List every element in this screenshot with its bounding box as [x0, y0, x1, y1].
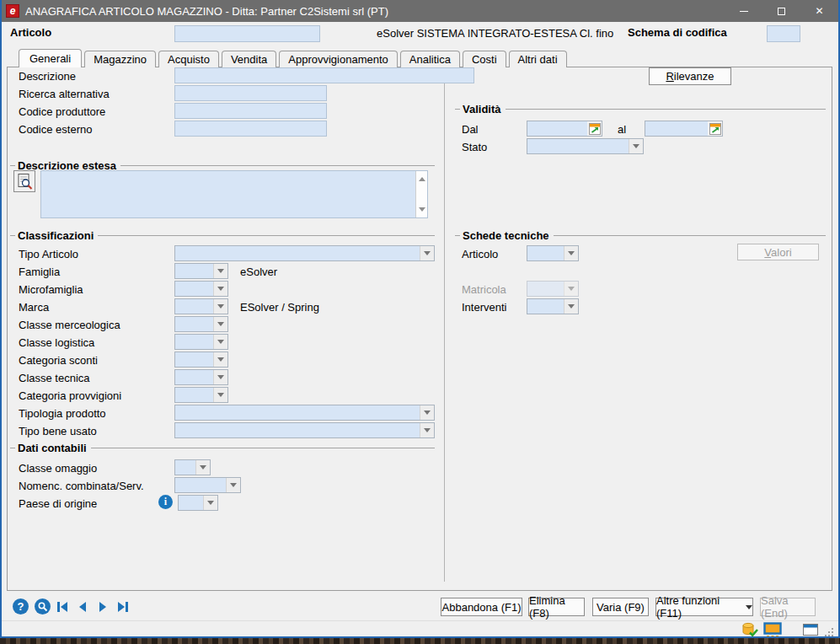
categoria-sconti-dropdown[interactable]: [174, 352, 228, 368]
license-text: eSolver SISTEMA INTEGRATO-ESTESA Cl. fin…: [377, 27, 613, 40]
famiglia-dropdown[interactable]: [174, 263, 228, 279]
chevron-down-icon: [213, 352, 227, 367]
tipologia-prodotto-dropdown[interactable]: [174, 405, 435, 421]
status-bar: [2, 620, 838, 638]
chevron-down-icon: [564, 299, 578, 314]
maximize-icon: [778, 8, 785, 15]
elimina-button[interactable]: Elimina (F8): [528, 598, 585, 616]
microfamiglia-dropdown[interactable]: [174, 281, 228, 297]
ricerca-alternativa-input[interactable]: [174, 85, 327, 101]
nomenclatura-combinata-dropdown[interactable]: [174, 477, 241, 493]
interventi-label: Interventi: [462, 301, 506, 314]
minimize-button[interactable]: [725, 0, 762, 22]
chevron-down-icon: [564, 246, 578, 260]
categoria-provvigioni-label: Categoria provvigioni: [19, 389, 121, 402]
first-record-button[interactable]: [56, 600, 69, 614]
window-border-left: [0, 0, 2, 638]
paese-di-origine-label: Paese di origine: [19, 497, 97, 510]
chevron-down-icon: [420, 405, 434, 420]
preview-button[interactable]: [13, 170, 35, 192]
tab-acquisto[interactable]: Acquisto: [158, 51, 219, 67]
ricerca-alternativa-label: Ricerca alternativa: [19, 88, 110, 100]
titlebar: e ANAGRAFICA ARTICOLO MAGAZZINO - Ditta:…: [0, 0, 840, 22]
salva-button[interactable]: Salva (End): [760, 598, 816, 616]
tab-magazzino[interactable]: Magazzino: [84, 51, 156, 67]
validita-group: Validità: [455, 103, 826, 115]
tipo-bene-usato-dropdown[interactable]: [174, 422, 435, 438]
calendar-icon[interactable]: [587, 121, 602, 136]
chevron-down-icon: [213, 317, 227, 331]
dal-date-input[interactable]: [527, 121, 602, 137]
famiglia-value: eSolver: [240, 266, 277, 278]
tab-approvvigionamento[interactable]: Approvvigionamento: [279, 51, 398, 67]
classe-omaggio-dropdown[interactable]: [174, 459, 211, 475]
chevron-down-icon: [213, 370, 227, 384]
minimize-icon: [740, 11, 748, 12]
codice-esterno-label: Codice esterno: [19, 123, 92, 136]
tab-vendita[interactable]: Vendita: [222, 51, 276, 67]
tipologia-prodotto-label: Tipologia prodotto: [19, 407, 106, 420]
famiglia-label: Famiglia: [19, 266, 60, 278]
dropdown-arrow-icon: [746, 605, 752, 613]
classificazioni-group: Classificazioni: [10, 229, 435, 242]
interventi-dropdown[interactable]: [527, 298, 579, 314]
classe-omaggio-label: Classe omaggio: [19, 462, 97, 475]
valori-button[interactable]: Valori: [737, 244, 819, 260]
codice-produttore-label: Codice produttore: [19, 105, 105, 118]
help-icon: ?: [18, 600, 24, 613]
next-record-button[interactable]: [96, 600, 110, 614]
dal-label: Dal: [462, 123, 479, 136]
matricola-dropdown[interactable]: [527, 281, 579, 297]
help-button[interactable]: ?: [13, 598, 29, 614]
rilevanze-button[interactable]: Rilevanze: [649, 67, 731, 85]
marca-dropdown[interactable]: [174, 298, 228, 314]
paese-di-origine-dropdown[interactable]: [178, 495, 218, 511]
schede-tecniche-group: Schede tecniche: [455, 229, 826, 242]
schede-articolo-dropdown[interactable]: [527, 245, 579, 261]
tab-analitica[interactable]: Analitica: [400, 51, 460, 67]
schema-di-codifica-input[interactable]: [767, 25, 800, 42]
descrizione-input[interactable]: [174, 67, 474, 83]
schede-articolo-label: Articolo: [462, 248, 498, 260]
scroll-up-icon[interactable]: [419, 174, 425, 181]
classe-merceologica-label: Classe merceologica: [19, 319, 120, 331]
abbandona-button[interactable]: Abbandona (F1): [441, 598, 522, 616]
calendar-icon[interactable]: [708, 121, 722, 136]
classe-tecnica-dropdown[interactable]: [174, 369, 228, 385]
classe-tecnica-label: Classe tecnica: [19, 372, 90, 384]
search-button[interactable]: [35, 598, 51, 614]
varia-button[interactable]: Varia (F9): [592, 598, 649, 616]
tab-generali[interactable]: Generali: [19, 49, 82, 67]
nomenclatura-combinata-label: Nomenc. combinata/Serv.: [19, 480, 144, 492]
categoria-sconti-label: Categoria sconti: [19, 354, 98, 367]
last-record-button[interactable]: [116, 600, 130, 614]
stato-label: Stato: [462, 141, 487, 153]
al-date-input[interactable]: [645, 121, 723, 137]
close-icon: ✕: [815, 5, 823, 17]
info-icon[interactable]: i: [158, 495, 173, 509]
altre-funzioni-button[interactable]: Altre funzioni (F11): [655, 598, 753, 616]
codice-produttore-input[interactable]: [174, 103, 327, 119]
descrizione-estesa-textarea[interactable]: [40, 170, 428, 218]
tab-costi[interactable]: Costi: [463, 51, 506, 67]
schema-di-codifica-label: Schema di codifica: [628, 26, 727, 39]
previous-record-button[interactable]: [76, 600, 89, 614]
codice-esterno-input[interactable]: [174, 121, 327, 137]
window-border-bottom: [0, 636, 840, 638]
maximize-button[interactable]: [762, 0, 800, 22]
articolo-input[interactable]: [174, 25, 320, 42]
classe-merceologica-dropdown[interactable]: [174, 316, 228, 332]
classificazioni-legend: Classificazioni: [15, 229, 98, 242]
tipo-articolo-dropdown[interactable]: [174, 245, 435, 261]
categoria-provvigioni-dropdown[interactable]: [174, 387, 228, 403]
chevron-down-icon: [213, 299, 227, 314]
stato-dropdown[interactable]: [527, 138, 644, 154]
classe-logistica-dropdown[interactable]: [174, 334, 228, 350]
document-magnifier-icon: [16, 173, 33, 190]
close-button[interactable]: ✕: [800, 0, 838, 22]
scroll-down-icon[interactable]: [419, 207, 425, 215]
tab-altri-dati[interactable]: Altri dati: [509, 51, 567, 67]
chevron-down-icon: [226, 478, 240, 492]
textarea-scrollbar[interactable]: [415, 171, 427, 217]
chevron-down-icon: [564, 282, 578, 296]
